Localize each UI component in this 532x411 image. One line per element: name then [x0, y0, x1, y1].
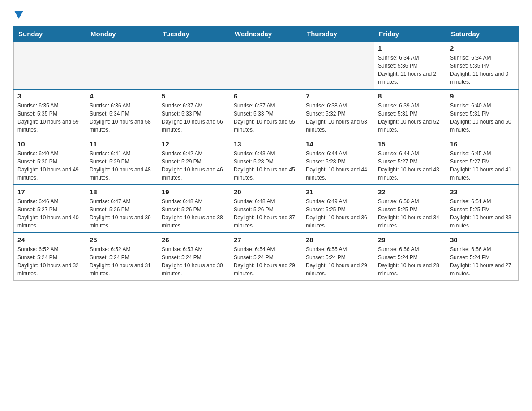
- calendar-cell: 1Sunrise: 6:34 AMSunset: 5:36 PMDaylight…: [374, 42, 446, 90]
- day-number: 20: [234, 188, 298, 196]
- day-info: Sunrise: 6:37 AMSunset: 5:33 PMDaylight:…: [162, 102, 226, 134]
- day-number: 27: [234, 236, 298, 244]
- calendar-cell: 6Sunrise: 6:37 AMSunset: 5:33 PMDaylight…: [230, 89, 302, 137]
- calendar-cell: 21Sunrise: 6:49 AMSunset: 5:25 PMDayligh…: [302, 185, 374, 233]
- day-number: 7: [306, 92, 370, 100]
- day-info: Sunrise: 6:39 AMSunset: 5:31 PMDaylight:…: [378, 102, 442, 134]
- day-info: Sunrise: 6:51 AMSunset: 5:25 PMDaylight:…: [450, 197, 515, 230]
- calendar-cell: 29Sunrise: 6:56 AMSunset: 5:24 PMDayligh…: [374, 233, 446, 281]
- day-info: Sunrise: 6:46 AMSunset: 5:27 PMDaylight:…: [17, 197, 82, 230]
- day-number: 4: [90, 92, 154, 100]
- calendar-week-row: 24Sunrise: 6:52 AMSunset: 5:24 PMDayligh…: [14, 233, 519, 281]
- day-number: 9: [450, 92, 515, 100]
- day-info: Sunrise: 6:35 AMSunset: 5:35 PMDaylight:…: [17, 102, 82, 134]
- day-number: 16: [450, 140, 515, 148]
- calendar-cell: 16Sunrise: 6:45 AMSunset: 5:27 PMDayligh…: [446, 137, 519, 185]
- logo: [13, 9, 23, 19]
- calendar-cell: 4Sunrise: 6:36 AMSunset: 5:34 PMDaylight…: [86, 89, 158, 137]
- calendar-cell: 14Sunrise: 6:44 AMSunset: 5:28 PMDayligh…: [302, 137, 374, 185]
- day-number: 22: [378, 188, 442, 196]
- logo-triangle-icon: [14, 11, 23, 19]
- weekday-header-thursday: Thursday: [302, 26, 374, 42]
- day-number: 21: [306, 188, 370, 196]
- day-number: 23: [450, 188, 515, 196]
- calendar-cell: 15Sunrise: 6:44 AMSunset: 5:27 PMDayligh…: [374, 137, 446, 185]
- weekday-header-monday: Monday: [86, 26, 158, 42]
- calendar-cell: 25Sunrise: 6:52 AMSunset: 5:24 PMDayligh…: [86, 233, 158, 281]
- day-number: 13: [234, 140, 298, 148]
- calendar-cell: [86, 42, 158, 90]
- weekday-header-friday: Friday: [374, 26, 446, 42]
- day-info: Sunrise: 6:53 AMSunset: 5:24 PMDaylight:…: [162, 245, 226, 278]
- calendar-cell: 19Sunrise: 6:48 AMSunset: 5:26 PMDayligh…: [158, 185, 230, 233]
- day-info: Sunrise: 6:44 AMSunset: 5:27 PMDaylight:…: [378, 150, 442, 182]
- weekday-header-saturday: Saturday: [446, 26, 519, 42]
- day-number: 12: [162, 140, 226, 148]
- day-number: 10: [17, 140, 82, 148]
- calendar-table: SundayMondayTuesdayWednesdayThursdayFrid…: [13, 26, 519, 281]
- day-number: 5: [162, 92, 226, 100]
- calendar-cell: 23Sunrise: 6:51 AMSunset: 5:25 PMDayligh…: [446, 185, 519, 233]
- calendar-week-row: 3Sunrise: 6:35 AMSunset: 5:35 PMDaylight…: [14, 89, 519, 137]
- calendar-cell: 10Sunrise: 6:40 AMSunset: 5:30 PMDayligh…: [14, 137, 86, 185]
- calendar-cell: [14, 42, 86, 90]
- day-number: 17: [17, 188, 82, 196]
- day-info: Sunrise: 6:52 AMSunset: 5:24 PMDaylight:…: [90, 245, 154, 278]
- day-number: 24: [17, 236, 82, 244]
- day-number: 15: [378, 140, 442, 148]
- day-info: Sunrise: 6:45 AMSunset: 5:27 PMDaylight:…: [450, 150, 515, 182]
- day-info: Sunrise: 6:52 AMSunset: 5:24 PMDaylight:…: [17, 245, 82, 278]
- calendar-cell: 2Sunrise: 6:34 AMSunset: 5:35 PMDaylight…: [446, 42, 519, 90]
- day-info: Sunrise: 6:50 AMSunset: 5:25 PMDaylight:…: [378, 197, 442, 230]
- day-number: 19: [162, 188, 226, 196]
- calendar-cell: 11Sunrise: 6:41 AMSunset: 5:29 PMDayligh…: [86, 137, 158, 185]
- calendar-week-row: 1Sunrise: 6:34 AMSunset: 5:36 PMDaylight…: [14, 42, 519, 90]
- page-header: [13, 9, 519, 19]
- calendar-cell: 5Sunrise: 6:37 AMSunset: 5:33 PMDaylight…: [158, 89, 230, 137]
- day-number: 6: [234, 92, 298, 100]
- calendar-cell: 27Sunrise: 6:54 AMSunset: 5:24 PMDayligh…: [230, 233, 302, 281]
- calendar-cell: [158, 42, 230, 90]
- calendar-cell: 9Sunrise: 6:40 AMSunset: 5:31 PMDaylight…: [446, 89, 519, 137]
- weekday-header-sunday: Sunday: [14, 26, 86, 42]
- day-number: 1: [378, 44, 442, 52]
- calendar-cell: 28Sunrise: 6:55 AMSunset: 5:24 PMDayligh…: [302, 233, 374, 281]
- calendar-cell: 18Sunrise: 6:47 AMSunset: 5:26 PMDayligh…: [86, 185, 158, 233]
- day-info: Sunrise: 6:56 AMSunset: 5:24 PMDaylight:…: [450, 245, 515, 278]
- day-info: Sunrise: 6:47 AMSunset: 5:26 PMDaylight:…: [90, 197, 154, 230]
- day-info: Sunrise: 6:42 AMSunset: 5:29 PMDaylight:…: [162, 150, 226, 182]
- calendar-cell: 17Sunrise: 6:46 AMSunset: 5:27 PMDayligh…: [14, 185, 86, 233]
- day-info: Sunrise: 6:48 AMSunset: 5:26 PMDaylight:…: [234, 197, 298, 230]
- calendar-cell: 22Sunrise: 6:50 AMSunset: 5:25 PMDayligh…: [374, 185, 446, 233]
- calendar-cell: 12Sunrise: 6:42 AMSunset: 5:29 PMDayligh…: [158, 137, 230, 185]
- calendar-cell: 13Sunrise: 6:43 AMSunset: 5:28 PMDayligh…: [230, 137, 302, 185]
- day-info: Sunrise: 6:38 AMSunset: 5:32 PMDaylight:…: [306, 102, 370, 134]
- calendar-cell: 20Sunrise: 6:48 AMSunset: 5:26 PMDayligh…: [230, 185, 302, 233]
- calendar-cell: 24Sunrise: 6:52 AMSunset: 5:24 PMDayligh…: [14, 233, 86, 281]
- day-number: 11: [90, 140, 154, 148]
- day-info: Sunrise: 6:49 AMSunset: 5:25 PMDaylight:…: [306, 197, 370, 230]
- day-info: Sunrise: 6:43 AMSunset: 5:28 PMDaylight:…: [234, 150, 298, 182]
- day-number: 8: [378, 92, 442, 100]
- calendar-cell: 8Sunrise: 6:39 AMSunset: 5:31 PMDaylight…: [374, 89, 446, 137]
- calendar-cell: 26Sunrise: 6:53 AMSunset: 5:24 PMDayligh…: [158, 233, 230, 281]
- day-number: 3: [17, 92, 82, 100]
- calendar-week-row: 10Sunrise: 6:40 AMSunset: 5:30 PMDayligh…: [14, 137, 519, 185]
- day-info: Sunrise: 6:44 AMSunset: 5:28 PMDaylight:…: [306, 150, 370, 182]
- day-info: Sunrise: 6:55 AMSunset: 5:24 PMDaylight:…: [306, 245, 370, 278]
- day-number: 25: [90, 236, 154, 244]
- day-info: Sunrise: 6:36 AMSunset: 5:34 PMDaylight:…: [90, 102, 154, 134]
- day-number: 29: [378, 236, 442, 244]
- day-info: Sunrise: 6:56 AMSunset: 5:24 PMDaylight:…: [378, 245, 442, 278]
- day-info: Sunrise: 6:40 AMSunset: 5:30 PMDaylight:…: [17, 150, 82, 182]
- calendar-header-row: SundayMondayTuesdayWednesdayThursdayFrid…: [14, 26, 519, 42]
- day-info: Sunrise: 6:40 AMSunset: 5:31 PMDaylight:…: [450, 102, 515, 134]
- calendar-week-row: 17Sunrise: 6:46 AMSunset: 5:27 PMDayligh…: [14, 185, 519, 233]
- day-info: Sunrise: 6:54 AMSunset: 5:24 PMDaylight:…: [234, 245, 298, 278]
- day-info: Sunrise: 6:34 AMSunset: 5:36 PMDaylight:…: [378, 54, 442, 86]
- day-info: Sunrise: 6:34 AMSunset: 5:35 PMDaylight:…: [450, 54, 515, 86]
- day-number: 30: [450, 236, 515, 244]
- day-number: 18: [90, 188, 154, 196]
- day-info: Sunrise: 6:37 AMSunset: 5:33 PMDaylight:…: [234, 102, 298, 134]
- day-number: 26: [162, 236, 226, 244]
